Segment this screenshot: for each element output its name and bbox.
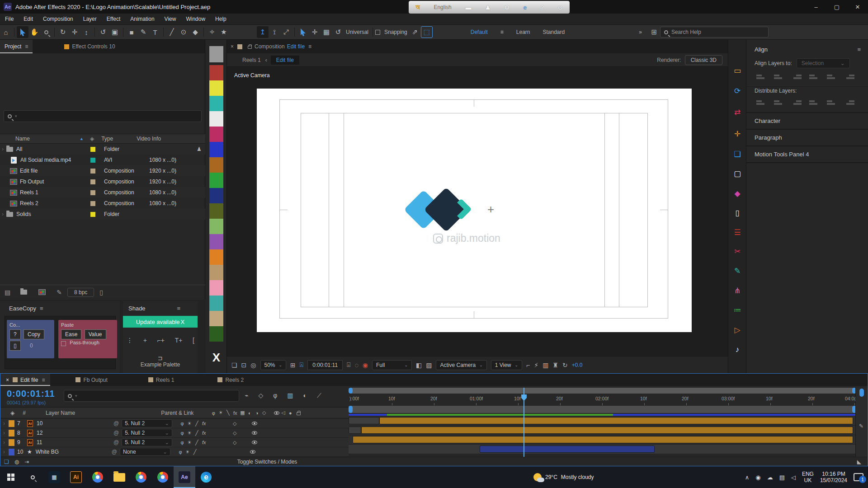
layer-row-8[interactable]: › 8 Ai 12 @ 5. Null 2⌄ φ ☀ ╱ fx ◇ <box>0 428 349 438</box>
keyboard-icon[interactable]: ▬ <box>465 4 471 11</box>
color-swatch[interactable] <box>209 188 223 203</box>
clock[interactable]: 10:16 PM15/07/2024 <box>820 471 847 483</box>
selection-tool-icon[interactable] <box>17 26 28 38</box>
label-color-chip[interactable] <box>90 212 95 217</box>
bpc-button[interactable]: 8 bpc <box>67 288 94 297</box>
video-eye-switch[interactable] <box>252 441 257 444</box>
tab-close-icon[interactable]: × <box>6 377 9 383</box>
color-swatch[interactable] <box>209 326 223 342</box>
color-swatch[interactable] <box>209 80 223 96</box>
workspace-learn[interactable]: Learn <box>516 29 530 35</box>
marker-pen-icon[interactable]: ✎ <box>859 423 863 429</box>
timeline-tab-reels-2[interactable]: Reels 2 <box>212 374 249 386</box>
easecopy-value-button[interactable]: Value <box>85 329 106 339</box>
video-eye-switch[interactable] <box>252 422 257 425</box>
user-icon[interactable]: ♟ <box>485 4 491 11</box>
view-layout-dropdown[interactable]: 1 View⌄ <box>491 360 522 370</box>
browser-icon[interactable]: e <box>524 4 527 11</box>
menu-window[interactable]: Window <box>181 16 210 22</box>
easecopy-trash-button[interactable]: ▯ <box>9 341 21 351</box>
three-d-switch[interactable]: ◇ <box>231 430 238 436</box>
parent-dropdown[interactable]: None⌄ <box>120 448 170 456</box>
quality-switch[interactable]: ╱ <box>191 449 198 455</box>
breadcrumb-current[interactable]: Edit file <box>271 56 299 65</box>
track-lane[interactable] <box>349 435 856 445</box>
project-row-fb-output[interactable]: Fb Output Composition 1920 x ...0) <box>0 176 205 187</box>
parent-dropdown[interactable]: 5. Null 2⌄ <box>122 429 172 437</box>
layer-bar-8[interactable] <box>361 427 853 434</box>
panel-icon[interactable]: ▯ <box>728 208 746 218</box>
align-left-icon[interactable] <box>756 74 766 80</box>
col-type[interactable]: Type <box>101 136 113 142</box>
box-mode-icon[interactable]: ▦ <box>321 26 332 38</box>
col-layer-name[interactable]: Layer Name <box>46 410 75 416</box>
audio-knob-icon[interactable]: ♪ <box>728 345 746 354</box>
puppet-pin-tool-icon[interactable]: ✧ <box>206 26 218 38</box>
always-preview-icon[interactable]: ❏ <box>231 361 237 369</box>
tab-effect-controls[interactable]: Effect Controls 10 <box>60 40 119 53</box>
new-composition-icon[interactable] <box>38 289 46 295</box>
update-available-button[interactable]: Update availableX <box>123 316 198 328</box>
taskbar-search-button[interactable] <box>22 466 43 488</box>
checklist-icon[interactable]: ≔ <box>728 305 746 315</box>
solo-header-icon[interactable]: ● <box>287 410 294 416</box>
viewport[interactable]: Active Camera + <box>227 67 728 356</box>
layer-row-7[interactable]: › 7 Ai 10 @ 5. Null 2⌄ φ ☀ ╱ fx ◇ <box>0 419 349 428</box>
action-center-icon[interactable]: 1 <box>854 473 863 481</box>
label-color-chip[interactable] <box>90 179 95 184</box>
menu-animation[interactable]: Animation <box>125 16 159 22</box>
cut-icon[interactable]: ✂ <box>728 247 746 256</box>
distribute-top-icon[interactable] <box>756 99 766 106</box>
palette-scroll-thumb[interactable] <box>209 46 223 62</box>
current-timecode[interactable]: 0:00:01:11 <box>7 389 55 399</box>
menu-file[interactable]: File <box>0 16 19 22</box>
color-swatch[interactable] <box>209 311 223 326</box>
color-swatch[interactable] <box>209 249 223 265</box>
shade-more-icon[interactable]: ⋮ <box>127 337 133 344</box>
section-character[interactable]: Character <box>746 112 868 129</box>
three-d-switch[interactable]: ◇ <box>231 421 238 427</box>
shy-header-icon[interactable]: φ <box>210 410 217 416</box>
comp-flowchart-icon[interactable]: ⌁ <box>245 392 248 399</box>
cube-icon[interactable]: ◆ <box>728 189 746 198</box>
label-color-chip[interactable] <box>90 169 95 174</box>
taskbar-app-illustrator[interactable]: Ai <box>65 466 87 488</box>
color-swatch[interactable] <box>209 234 223 249</box>
adjust-icon[interactable]: ✎ <box>57 289 62 296</box>
track-lane[interactable] <box>349 445 856 454</box>
trash-icon[interactable]: ▯ <box>99 289 103 296</box>
align-center-v-icon[interactable] <box>827 74 837 80</box>
menu-edit[interactable]: Edit <box>19 16 38 22</box>
workspace-grid-icon[interactable]: ⊞ <box>648 26 660 38</box>
brush-tool-icon[interactable]: ╱ <box>166 26 178 38</box>
pixel-aspect-icon[interactable]: ⌐ <box>526 361 530 369</box>
align-right-icon[interactable] <box>792 74 802 80</box>
interpret-footage-icon[interactable]: ▤ <box>5 289 10 296</box>
work-area-start-handle[interactable] <box>349 406 353 413</box>
taskbar-weather[interactable]: 29°C Mostly cloudy <box>533 473 594 481</box>
adjustment-header-icon[interactable]: ◑ <box>253 410 260 416</box>
hidden-icons-chevron[interactable]: ∧ <box>745 474 750 481</box>
track-lane[interactable] <box>349 426 856 435</box>
renderer-button[interactable]: Classic 3D <box>685 55 722 65</box>
expand-arrow-icon[interactable]: › <box>3 449 5 455</box>
quality-header-icon[interactable]: ╲ <box>224 410 231 416</box>
color-swatch[interactable] <box>209 173 223 188</box>
dolly-tool-icon[interactable]: ↕ <box>80 26 92 38</box>
video-header-icon[interactable] <box>274 411 279 415</box>
fx-switch[interactable]: fx <box>200 430 208 436</box>
col-parent-link[interactable]: Parent & Link <box>161 410 193 416</box>
video-eye-switch[interactable] <box>250 450 255 454</box>
easecopy-ease-button[interactable]: Ease <box>61 329 81 339</box>
taskbar-app-chrome[interactable] <box>130 466 152 488</box>
expand-arrow-icon[interactable]: › <box>3 420 5 427</box>
clone-stamp-tool-icon[interactable]: ⊙ <box>178 26 189 38</box>
timeline-button-icon[interactable]: ▥ <box>542 361 548 369</box>
three-d-switch[interactable]: ◇ <box>231 440 238 446</box>
camera-tool-icon[interactable]: ▣ <box>109 26 121 38</box>
send-icon[interactable]: ▷ <box>728 325 746 335</box>
menu-view[interactable]: View <box>160 16 181 22</box>
taskbar-app-chrome[interactable] <box>87 466 108 488</box>
panel-menu-icon[interactable]: ≡ <box>25 43 28 50</box>
parent-dropdown[interactable]: 5. Null 2⌄ <box>122 438 172 446</box>
